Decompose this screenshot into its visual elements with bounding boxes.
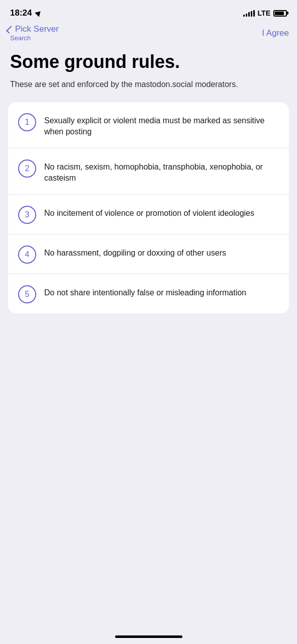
location-icon	[35, 9, 43, 17]
rule-number-circle-1: 1	[18, 113, 36, 131]
rule-text-4: No harassment, dogpiling or doxxing of o…	[44, 245, 279, 259]
battery-icon	[273, 10, 287, 17]
rule-item: 2No racism, sexism, homophobia, transpho…	[8, 148, 289, 195]
rule-number-circle-5: 5	[18, 285, 36, 303]
rule-item: 1Sexually explicit or violent media must…	[8, 102, 289, 148]
rule-item: 4No harassment, dogpiling or doxxing of …	[8, 234, 289, 274]
back-label: Pick Server	[15, 24, 59, 34]
home-indicator	[115, 635, 182, 638]
time-display: 18:24	[10, 8, 32, 18]
battery-fill	[275, 12, 284, 15]
search-label: Search	[10, 34, 31, 42]
rule-number-3: 3	[25, 210, 30, 219]
rule-text-5: Do not share intentionally false or misl…	[44, 284, 279, 298]
status-bar: 18:24 LTE	[0, 0, 297, 22]
signal-bars	[243, 10, 255, 17]
rule-item: 3No incitement of violence or promotion …	[8, 195, 289, 234]
rule-number-2: 2	[25, 164, 30, 173]
rule-text-2: No racism, sexism, homophobia, transphob…	[44, 158, 279, 184]
status-right: LTE	[243, 9, 287, 17]
status-time: 18:24	[10, 8, 42, 18]
rule-number-5: 5	[25, 290, 30, 299]
agree-button[interactable]: I Agree	[262, 28, 289, 38]
lte-label: LTE	[258, 9, 270, 17]
rule-text-3: No incitement of violence or promotion o…	[44, 205, 279, 219]
back-area[interactable]: Pick Server Search	[8, 24, 59, 42]
back-button[interactable]: Pick Server	[8, 24, 59, 34]
page-subtitle: These are set and enforced by the mastod…	[0, 79, 297, 102]
nav-bar: Pick Server Search I Agree	[0, 22, 297, 46]
rule-number-4: 4	[25, 250, 30, 259]
rule-number-1: 1	[25, 118, 30, 127]
rules-card: 1Sexually explicit or violent media must…	[8, 102, 289, 313]
rule-number-circle-4: 4	[18, 246, 36, 264]
chevron-left-icon	[6, 26, 14, 34]
rule-text-1: Sexually explicit or violent media must …	[44, 112, 279, 138]
rule-number-circle-3: 3	[18, 206, 36, 224]
rule-number-circle-2: 2	[18, 159, 36, 178]
rule-item: 5Do not share intentionally false or mis…	[8, 274, 289, 313]
page-title: Some ground rules.	[0, 46, 297, 79]
